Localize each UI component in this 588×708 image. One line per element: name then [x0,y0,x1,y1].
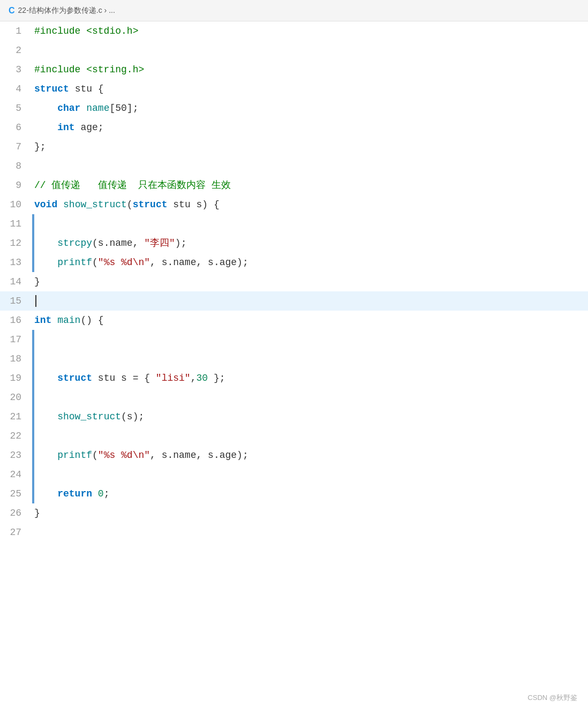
line-content[interactable] [34,214,588,234]
line-number: 26 [0,503,32,523]
code-token: stu { [75,84,104,94]
code-token: struct [57,373,92,383]
code-container: 1#include <stdio.h>23#include <string.h>… [0,21,588,542]
line-content[interactable] [34,41,588,60]
code-token: }; [34,141,46,152]
line-content[interactable]: struct stu s = { "lisi",30 }; [34,368,588,388]
line-content[interactable]: struct stu { [34,79,588,99]
code-token: } [34,276,40,287]
code-token: ( [92,257,98,268]
line-content[interactable]: int main() { [34,311,588,330]
line-number: 21 [0,407,32,426]
code-line: 10void show_struct(struct stu s) { [0,195,588,214]
code-token: show_struct [57,411,121,422]
line-content[interactable] [34,330,588,349]
code-token: name [80,103,109,114]
line-content[interactable]: printf("%s %d\n", s.name, s.age); [34,446,588,465]
line-content[interactable]: void show_struct(struct stu s) { [34,195,588,214]
code-token: } [34,508,40,518]
code-line: 17 [0,330,588,349]
line-content[interactable]: }; [34,137,588,156]
code-line: 14} [0,272,588,291]
code-token: int [57,122,74,133]
code-token: }; [208,373,225,383]
code-token: return [57,488,92,499]
code-line: 26} [0,503,588,523]
line-content[interactable] [34,349,588,368]
line-content[interactable] [34,156,588,176]
code-line: 27 [0,523,588,542]
line-content[interactable]: show_struct(s); [34,407,588,426]
code-line: 15 [0,291,588,311]
code-token: stu s = { [92,373,156,383]
code-token: "%s %d\n" [98,450,150,461]
code-token [34,257,57,268]
line-number: 18 [0,349,32,368]
code-token: show_struct [63,199,127,210]
code-token [57,199,63,210]
code-line: 11 [0,214,588,234]
line-content[interactable]: int age; [34,118,588,137]
code-line: 18 [0,349,588,368]
line-number: 17 [0,330,32,349]
line-content[interactable] [34,426,588,446]
code-token: main [57,315,80,326]
line-number: 25 [0,484,32,503]
code-token: #include <string.h> [34,64,144,75]
line-number: 3 [0,60,32,79]
line-content[interactable]: return 0; [34,484,588,503]
line-number: 4 [0,79,32,99]
code-line: 21 show_struct(s); [0,407,588,426]
code-token: () { [80,315,103,326]
code-token: age; [75,122,104,133]
line-number: 6 [0,118,32,137]
line-content[interactable] [34,465,588,484]
code-token: ); [175,238,187,248]
code-line: 6 int age; [0,118,588,137]
code-token: , [191,373,197,383]
code-token: 0 [98,488,104,499]
code-token: int [34,315,51,326]
code-line: 2 [0,41,588,60]
line-content[interactable]: strcpy(s.name, "李四"); [34,234,588,253]
line-content[interactable]: // 值传递 值传递 只在本函数内容 生效 [34,176,588,195]
line-content[interactable]: #include <stdio.h> [34,21,588,41]
code-token: (s.name, [92,238,144,248]
line-number: 8 [0,156,32,176]
line-number: 11 [0,214,32,234]
title-bar: C 22-结构体作为参数传递.c › ... [0,0,588,21]
line-content[interactable]: char name[50]; [34,99,588,118]
code-token: strcpy [57,238,92,248]
code-line: 3#include <string.h> [0,60,588,79]
code-token: struct [34,84,75,94]
text-cursor [35,295,36,307]
line-number: 24 [0,465,32,484]
code-token [92,488,98,499]
line-number: 2 [0,41,32,60]
line-content[interactable] [34,523,588,542]
code-line: 16int main() { [0,311,588,330]
code-token [34,450,57,461]
line-content[interactable]: } [34,272,588,291]
code-line: 25 return 0; [0,484,588,503]
code-line: 12 strcpy(s.name, "李四"); [0,234,588,253]
code-token: #include <stdio.h> [34,26,138,36]
code-token [34,238,57,248]
line-content[interactable]: } [34,503,588,523]
line-content[interactable]: #include <string.h> [34,60,588,79]
line-number: 10 [0,195,32,214]
line-content[interactable] [34,388,588,407]
code-line: 23 printf("%s %d\n", s.name, s.age); [0,446,588,465]
code-token: printf [57,257,92,268]
code-token: (s); [121,411,144,422]
line-number: 5 [0,99,32,118]
code-token: "lisi" [156,373,191,383]
line-content[interactable]: printf("%s %d\n", s.name, s.age); [34,253,588,272]
code-line: 13 printf("%s %d\n", s.name, s.age); [0,253,588,272]
line-content[interactable] [34,291,588,311]
line-number: 23 [0,446,32,465]
code-token: "李四" [144,238,175,248]
footer-credit: CSDN @秋野鉴 [527,693,577,703]
code-token: , s.name, s.age); [150,450,248,461]
code-token [34,103,57,114]
